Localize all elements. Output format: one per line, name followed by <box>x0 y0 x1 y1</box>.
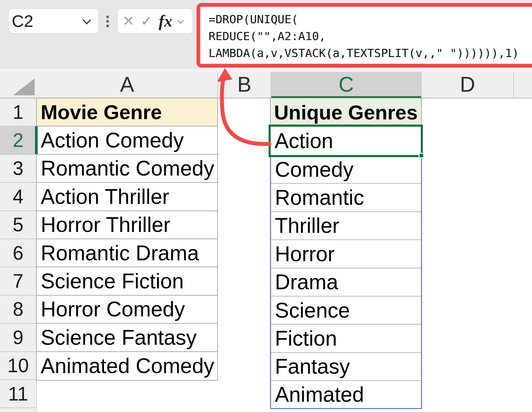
cell-a4[interactable]: Action Thriller <box>37 183 217 211</box>
cell-c9[interactable]: Fiction <box>271 325 421 353</box>
row-header-3[interactable]: 3 <box>0 155 36 183</box>
cell-text: Science Fantasy <box>41 325 197 350</box>
cancel-icon[interactable]: ✕ <box>122 14 134 28</box>
column-header-c-selected[interactable]: C <box>271 72 421 98</box>
select-all-triangle-icon <box>13 78 35 95</box>
cell-c11[interactable]: Animated <box>271 381 421 408</box>
row-number: 10 <box>7 354 29 377</box>
movie-genre-table: Movie Genre Action Comedy Romantic Comed… <box>36 98 218 381</box>
row-number: 3 <box>13 157 24 179</box>
cell-a10[interactable]: Animated Comedy <box>37 352 217 380</box>
row-number: 7 <box>13 270 24 292</box>
cell-c2-selected[interactable]: Action <box>269 125 423 157</box>
row-header-5[interactable]: 5 <box>0 211 36 239</box>
column-header-e-partial[interactable] <box>513 72 532 98</box>
cell-c10[interactable]: Fantasy <box>271 353 421 381</box>
row-header-band: 1 2 3 4 5 6 7 8 9 10 11 <box>0 98 37 412</box>
column-header-a[interactable]: A <box>37 72 217 98</box>
cell-text: Science Fiction <box>41 269 184 293</box>
formula-line-2: REDUCE("",A2:A10, <box>209 28 532 45</box>
cell-c1-header[interactable]: Unique Genres <box>270 98 422 127</box>
column-header-b[interactable]: B <box>217 72 271 98</box>
row-number: 9 <box>13 326 24 349</box>
formula-bar-toolbar: C2 ✕ ✓ fx =DROP(UNIQUE( REDUCE("",A2:A10… <box>0 0 532 72</box>
column-header-band: A B C D <box>0 72 532 98</box>
column-letter: D <box>460 72 475 97</box>
row-header-2-selected[interactable]: 2 <box>0 126 36 154</box>
cell-c7[interactable]: Drama <box>271 268 421 296</box>
row-number: 4 <box>13 185 24 208</box>
row-number: 5 <box>13 214 24 236</box>
cell-c8[interactable]: Science <box>271 296 421 325</box>
row-number: 6 <box>13 242 24 264</box>
fill-handle[interactable] <box>419 153 424 158</box>
cell-text: Movie Genre <box>41 100 162 124</box>
insert-function-icon[interactable]: fx <box>159 13 172 29</box>
cell-text: Fiction <box>275 326 337 350</box>
cell-text: Romantic <box>275 185 364 210</box>
cell-c6[interactable]: Horror <box>271 240 421 268</box>
row-header-9[interactable]: 9 <box>0 324 36 352</box>
row-header-7[interactable]: 7 <box>0 267 36 295</box>
row-header-12-partial[interactable] <box>0 408 36 412</box>
cell-c4[interactable]: Romantic <box>271 184 421 212</box>
cell-a6[interactable]: Romantic Drama <box>37 239 217 267</box>
column-letter: A <box>120 72 134 97</box>
cell-text: Science <box>275 298 350 322</box>
formula-input[interactable]: =DROP(UNIQUE( REDUCE("",A2:A10, LAMBDA(a… <box>200 7 532 64</box>
row-number: 8 <box>13 298 24 320</box>
chevron-down-icon[interactable] <box>83 16 91 24</box>
row-header-10[interactable]: 10 <box>0 352 36 380</box>
cell-text: Action Comedy <box>41 128 184 152</box>
column-letter: C <box>338 72 354 97</box>
cell-text: Drama <box>275 270 338 294</box>
cell-text: Romantic Drama <box>41 241 199 265</box>
column-letter: B <box>237 72 251 97</box>
cell-text: Fantasy <box>275 354 350 379</box>
cell-a7[interactable]: Science Fiction <box>37 267 217 295</box>
cell-text: Romantic Comedy <box>41 156 214 180</box>
name-box-value: C2 <box>9 11 33 31</box>
cell-a5[interactable]: Horror Thriller <box>37 211 217 239</box>
cell-a2[interactable]: Action Comedy <box>37 126 217 154</box>
cell-a9[interactable]: Science Fantasy <box>37 324 217 352</box>
name-box-resize-handle[interactable] <box>106 16 109 29</box>
row-header-4[interactable]: 4 <box>0 183 36 211</box>
row-number: 2 <box>13 129 24 151</box>
row-header-8[interactable]: 8 <box>0 296 36 324</box>
cell-text: Action <box>275 129 333 153</box>
cell-text: Thriller <box>275 214 339 238</box>
cell-a3[interactable]: Romantic Comedy <box>37 155 217 183</box>
formula-buttons-group: ✕ ✓ fx <box>117 8 193 34</box>
name-box[interactable]: C2 <box>8 8 99 34</box>
row-header-11[interactable]: 11 <box>0 380 36 408</box>
cell-a1-header[interactable]: Movie Genre <box>37 98 217 126</box>
enter-icon[interactable]: ✓ <box>140 14 153 28</box>
selected-row-accent <box>35 126 38 154</box>
cell-c5[interactable]: Thriller <box>271 212 421 240</box>
cell-text: Unique Genres <box>274 101 418 124</box>
annotation-red-highlight-box: =DROP(UNIQUE( REDUCE("",A2:A10, LAMBDA(a… <box>197 3 532 68</box>
spill-range: Comedy Romantic Thriller Horror Drama Sc… <box>270 156 422 409</box>
row-number: 1 <box>13 101 24 123</box>
formula-line-3: LAMBDA(a,v,VSTACK(a,TEXTSPLIT(v,," "))))… <box>209 45 532 62</box>
toolbar-bottom-strip <box>0 69 532 72</box>
row-header-1[interactable]: 1 <box>0 98 36 126</box>
cell-text: Animated Comedy <box>41 354 214 378</box>
chevron-down-icon[interactable] <box>177 17 184 24</box>
cell-text: Horror <box>275 242 335 266</box>
cell-a8[interactable]: Horror Comedy <box>37 296 217 324</box>
cell-text: Animated <box>275 382 364 407</box>
column-header-d[interactable]: D <box>421 72 513 98</box>
cell-text: Action Thriller <box>41 185 169 209</box>
cell-text: Horror Comedy <box>41 297 185 321</box>
row-header-6[interactable]: 6 <box>0 239 36 267</box>
cell-text: Horror Thriller <box>41 213 170 237</box>
cell-c3[interactable]: Comedy <box>271 156 421 184</box>
select-all-button[interactable] <box>0 72 37 98</box>
row-number: 11 <box>8 383 28 405</box>
cell-text: Comedy <box>275 157 354 182</box>
formula-line-1: =DROP(UNIQUE( <box>209 11 532 28</box>
